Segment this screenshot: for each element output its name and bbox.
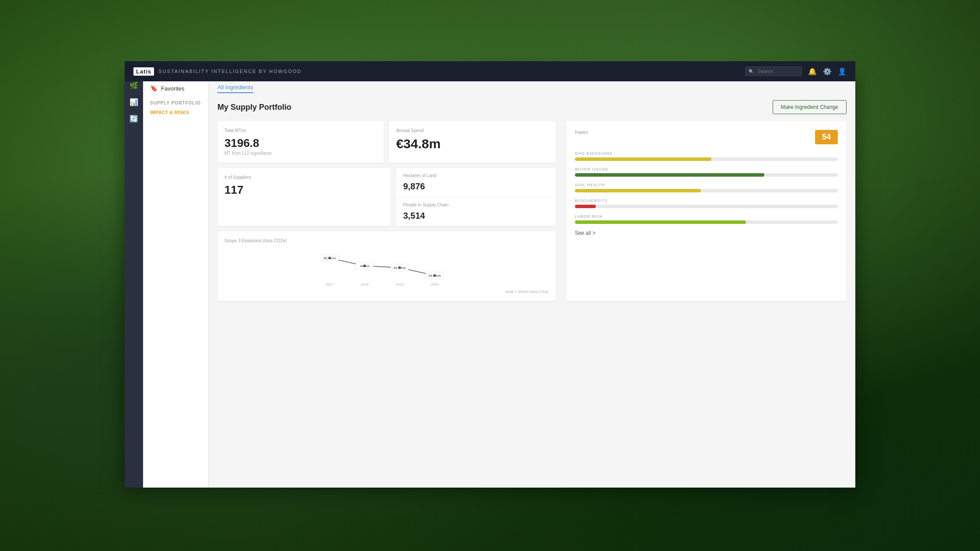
hectares-value: 9,876 — [403, 181, 548, 192]
page-title: My Supply Portfolio — [217, 103, 291, 112]
num-suppliers-value: 117 — [224, 183, 384, 197]
make-ingredient-change-button[interactable]: Make Ingredient Change — [773, 100, 847, 114]
total-mt-sub: MT from 112 ingredients — [224, 151, 377, 156]
num-suppliers-label: # of Suppliers — [224, 175, 384, 180]
ghg-progress-fill — [575, 157, 712, 161]
stats-area: Total MT/yr 3196.8 MT from 112 ingredien… — [217, 121, 556, 301]
topbar-right: 🔍 🔔 ⚙️ 👤 — [745, 66, 847, 76]
water-metric: WATER USAGE — [575, 167, 838, 177]
total-mt-value: 3196.8 — [224, 136, 377, 150]
chart-year-2017: 2017 — [326, 282, 334, 286]
bell-icon[interactable]: 🔔 — [808, 67, 817, 76]
sidebar-icons: 🌿 📊 🔄 — [125, 74, 143, 488]
chart-area: 56.4mm 44mm 42.5mm — [224, 248, 549, 288]
chart-year-2018: 2018 — [361, 282, 369, 286]
water-label: WATER USAGE — [575, 167, 838, 171]
hectares-people-card: Hectares of Land 9,876 People in Supply … — [396, 168, 555, 226]
svg-point-1 — [328, 257, 331, 259]
labor-progress-bg — [575, 220, 838, 224]
chart-goal-note: Goal = 25mm tons CO2x — [224, 289, 549, 294]
app-subtitle: SUSTAINABILITY INTELLIGENCE by HOWGOOD — [158, 69, 301, 74]
top-stats-row: Total MT/yr 3196.8 MT from 112 ingredien… — [217, 121, 556, 163]
search-wrapper[interactable]: 🔍 — [745, 66, 802, 76]
chart-year-2020: 2020 — [431, 282, 439, 286]
labor-metric: LABOR RISK — [575, 214, 838, 224]
content-area: Total MT/yr 3196.8 MT from 112 ingredien… — [217, 121, 847, 301]
water-progress-fill — [575, 173, 764, 177]
ghg-metric: GHG EMISSIONS — [575, 151, 838, 161]
hectares-label: Hectares of Land — [403, 173, 548, 178]
sidebar-icon-chart[interactable]: 📊 — [127, 95, 140, 108]
num-suppliers-card: # of Suppliers 117 — [217, 168, 391, 226]
people-supply-value: 3,514 — [403, 211, 548, 221]
svg-point-5 — [398, 266, 401, 269]
sidebar-icon-swap[interactable]: 🔄 — [127, 112, 140, 125]
soil-label: SOIL HEALTH — [575, 183, 838, 187]
svg-point-3 — [363, 265, 366, 267]
biodiversity-metric: BIODIVERSITY — [575, 199, 838, 208]
section-header: My Supply Portfolio Make Ingredient Chan… — [217, 100, 847, 114]
labor-progress-fill — [575, 220, 746, 224]
impact-title: Impact — [575, 130, 588, 135]
annual-spend-value: €34.8m — [396, 136, 548, 151]
svg-point-7 — [433, 274, 436, 277]
soil-progress-fill — [575, 189, 701, 192]
favorites-label: Favorites — [161, 85, 184, 92]
biodiversity-progress-fill — [575, 205, 596, 208]
impact-score-badge: 54 — [815, 130, 838, 144]
annual-spend-label: Annual Spend — [396, 128, 548, 133]
water-progress-bg — [575, 173, 838, 177]
biodiversity-progress-bg — [575, 205, 838, 208]
annual-spend-card: Annual Spend €34.8m — [389, 121, 555, 163]
nav-item-impact-risks[interactable]: IMPACT & RISKS — [143, 107, 208, 118]
hectares-section: Hectares of Land 9,876 — [396, 168, 555, 197]
main-window: 🌿 📊 🔄 🔖 Favorites SUPPLY PORTFOLIO IMPAC… — [125, 74, 855, 488]
tab-all-ingredients[interactable]: All ingredients — [217, 84, 253, 93]
logo-area: Latis SUSTAINABILITY INTELLIGENCE by HOW… — [133, 67, 302, 76]
gear-icon[interactable]: ⚙️ — [823, 67, 832, 76]
ghg-progress-bg — [575, 157, 838, 161]
middle-stats-row: # of Suppliers 117 Hectares of Land 9,87… — [217, 168, 556, 226]
side-nav: 🔖 Favorites SUPPLY PORTFOLIO IMPACT & RI… — [143, 74, 209, 488]
impact-card: Impact 54 GHG EMISSIONS WATER USAGE — [566, 121, 847, 301]
topbar: Latis SUSTAINABILITY INTELLIGENCE by HOW… — [125, 61, 855, 81]
search-icon: 🔍 — [749, 69, 754, 74]
impact-header: Impact 54 — [575, 130, 838, 144]
soil-metric: SOIL HEALTH — [575, 183, 838, 192]
people-supply-label: People in Supply Chain — [403, 202, 548, 207]
scope3-chart-svg: 56.4mm 44mm 42.5mm — [224, 248, 549, 288]
labor-label: LABOR RISK — [575, 214, 838, 219]
nav-section-title: SUPPLY PORTFOLIO — [143, 95, 208, 107]
biodiversity-label: BIODIVERSITY — [575, 199, 838, 203]
favorites-nav-item[interactable]: 🔖 Favorites — [143, 81, 208, 95]
people-section: People in Supply Chain 3,514 — [396, 197, 555, 226]
chart-year-2019: 2019 — [396, 282, 404, 286]
scope3-chart-card: Scope 3 Emissions (tons CO2e) 56.4mm — [217, 231, 556, 301]
tab-nav: All ingredients — [217, 83, 847, 93]
soil-progress-bg — [575, 189, 838, 192]
latis-logo: Latis — [133, 67, 154, 76]
ghg-label: GHG EMISSIONS — [575, 151, 838, 156]
bookmark-icon: 🔖 — [150, 85, 158, 92]
main-content: All ingredients My Supply Portfolio Make… — [209, 74, 855, 488]
total-mt-label: Total MT/yr — [224, 128, 377, 133]
total-mt-card: Total MT/yr 3196.8 MT from 112 ingredien… — [217, 121, 384, 163]
chart-label: Scope 3 Emissions (tons CO2e) — [224, 238, 549, 243]
see-all-link[interactable]: See all > — [575, 230, 838, 236]
user-icon[interactable]: 👤 — [838, 67, 847, 76]
